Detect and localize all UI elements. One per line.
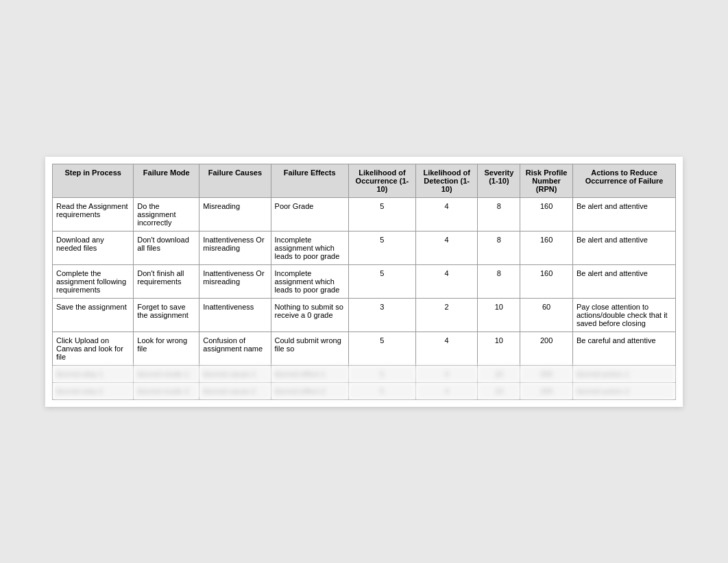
cell-step: blurred-step-2 — [53, 382, 134, 399]
page-container: Step in Process Failure Mode Failure Cau… — [45, 157, 683, 407]
cell-severity: 8 — [478, 231, 520, 264]
header-detection: Likelihood of Detection (1-10) — [415, 164, 478, 197]
cell-rpn: 160 — [520, 197, 573, 231]
header-severity: Severity (1-10) — [478, 164, 520, 197]
cell-action: Be alert and attentive — [572, 197, 675, 231]
cell-occurrence: 5 — [348, 264, 415, 298]
cell-step: Read the Assignment requirements — [53, 197, 134, 231]
cell-severity: 10 — [478, 382, 520, 399]
cell-detection: 4 — [415, 382, 478, 399]
header-rpn: Risk Profile Number (RPN) — [520, 164, 573, 197]
cell-cause: Inattentiveness Or misreading — [199, 231, 271, 264]
cell-rpn: 200 — [520, 331, 573, 365]
cell-step: Download any needed files — [53, 231, 134, 264]
header-action: Actions to Reduce Occurrence of Failure — [572, 164, 675, 197]
cell-action: Be alert and attentive — [572, 264, 675, 298]
cell-rpn: 200 — [520, 382, 573, 399]
cell-action: Be alert and attentive — [572, 231, 675, 264]
cell-rpn: 160 — [520, 231, 573, 264]
cell-severity: 8 — [478, 197, 520, 231]
table-row: blurred-step-1blurred-mode-1blurred-caus… — [53, 365, 676, 382]
cell-step: Save the assignment — [53, 298, 134, 331]
cell-step: Click Upload on Canvas and look for file — [53, 331, 134, 365]
cell-detection: 4 — [415, 365, 478, 382]
cell-occurrence: 5 — [348, 197, 415, 231]
cell-cause: Misreading — [199, 197, 271, 231]
cell-cause: Inattentiveness — [199, 298, 271, 331]
cell-effect: blurred-effect-2 — [271, 382, 348, 399]
header-mode: Failure Mode — [134, 164, 199, 197]
header-step: Step in Process — [53, 164, 134, 197]
cell-effect: blurred-effect-1 — [271, 365, 348, 382]
table-row: Read the Assignment requirementsDo the a… — [53, 197, 676, 231]
cell-occurrence: 5 — [348, 365, 415, 382]
cell-mode: blurred-mode-2 — [134, 382, 199, 399]
cell-detection: 4 — [415, 197, 478, 231]
cell-detection: 2 — [415, 298, 478, 331]
cell-severity: 8 — [478, 264, 520, 298]
cell-action: Pay close attention to actions/double ch… — [572, 298, 675, 331]
cell-action: Be careful and attentive — [572, 331, 675, 365]
cell-detection: 4 — [415, 231, 478, 264]
header-causes: Failure Causes — [199, 164, 271, 197]
cell-effect: Poor Grade — [271, 197, 348, 231]
table-row: Save the assignmentForget to save the as… — [53, 298, 676, 331]
fmea-table: Step in Process Failure Mode Failure Cau… — [52, 164, 676, 400]
cell-detection: 4 — [415, 264, 478, 298]
cell-step: blurred-step-1 — [53, 365, 134, 382]
cell-rpn: 160 — [520, 264, 573, 298]
cell-step: Complete the assignment following requir… — [53, 264, 134, 298]
cell-rpn: 60 — [520, 298, 573, 331]
cell-severity: 10 — [478, 331, 520, 365]
cell-severity: 10 — [478, 298, 520, 331]
cell-cause: Confusion of assignment name — [199, 331, 271, 365]
cell-occurrence: 5 — [348, 231, 415, 264]
cell-mode: Don't download all files — [134, 231, 199, 264]
cell-occurrence: 5 — [348, 382, 415, 399]
header-occurrence: Likelihood of Occurrence (1-10) — [348, 164, 415, 197]
cell-detection: 4 — [415, 331, 478, 365]
cell-cause: Inattentiveness Or misreading — [199, 264, 271, 298]
cell-rpn: 200 — [520, 365, 573, 382]
cell-effect: Nothing to submit so receive a 0 grade — [271, 298, 348, 331]
cell-occurrence: 3 — [348, 298, 415, 331]
header-effects: Failure Effects — [271, 164, 348, 197]
cell-occurrence: 5 — [348, 331, 415, 365]
cell-effect: Incomplete assignment which leads to poo… — [271, 231, 348, 264]
cell-severity: 10 — [478, 365, 520, 382]
cell-mode: Do the assignment incorrectly — [134, 197, 199, 231]
table-row: Click Upload on Canvas and look for file… — [53, 331, 676, 365]
cell-cause: blurred-cause-2 — [199, 382, 271, 399]
cell-effect: Could submit wrong file so — [271, 331, 348, 365]
cell-effect: Incomplete assignment which leads to poo… — [271, 264, 348, 298]
cell-cause: blurred-cause-1 — [199, 365, 271, 382]
table-row: Download any needed filesDon't download … — [53, 231, 676, 264]
cell-mode: Look for wrong file — [134, 331, 199, 365]
cell-mode: blurred-mode-1 — [134, 365, 199, 382]
table-row: blurred-step-2blurred-mode-2blurred-caus… — [53, 382, 676, 399]
cell-mode: Forget to save the assignment — [134, 298, 199, 331]
cell-action: blurred-action-1 — [572, 365, 675, 382]
table-row: Complete the assignment following requir… — [53, 264, 676, 298]
cell-mode: Don't finish all requirements — [134, 264, 199, 298]
cell-action: blurred-action-2 — [572, 382, 675, 399]
